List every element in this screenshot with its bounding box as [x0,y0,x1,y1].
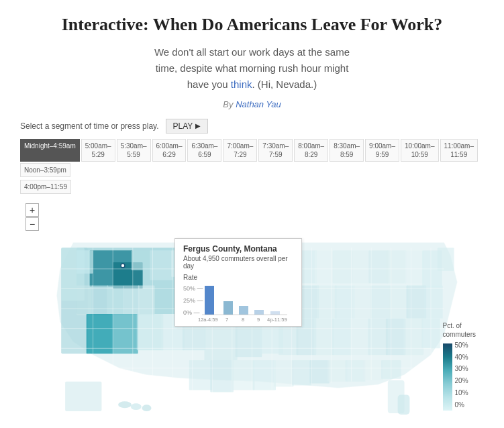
svg-rect-67 [438,248,454,271]
time-segment-800[interactable]: 8:00am–8:29 [294,139,328,162]
svg-rect-21 [405,250,425,283]
svg-rect-55 [210,360,234,392]
time-segment-630[interactable]: 6:30am–6:59 [187,139,221,162]
time-segment-4pm[interactable]: 4:00pm–11:59 [20,180,71,194]
time-segments-row: Midnight–4:59am 5:00am–5:29 5:30am–5:59 … [20,139,484,177]
svg-rect-100 [205,286,214,315]
time-segment-900[interactable]: 9:00am–9:59 [365,139,399,162]
play-button[interactable]: PLAY ▶ [166,119,209,133]
svg-rect-37 [299,285,319,318]
svg-rect-60 [309,360,330,384]
map-container: + − [20,198,484,426]
author-link[interactable]: Nathan Yau [236,99,281,109]
svg-rect-63 [363,360,383,380]
map-legend: Pct. ofcommuters 50% 40% 30% 20% 10% 0% [443,321,476,413]
svg-rect-6 [77,250,93,274]
county-tooltip: Fergus County, Montana About 4,950 commu… [174,238,302,327]
svg-text:50% —: 50% — [183,285,203,292]
svg-point-71 [142,405,152,411]
page-title: Interactive: When Do Americans Leave For… [20,13,484,36]
time-segment-700[interactable]: 7:00am–7:29 [223,139,257,162]
svg-rect-68 [65,381,101,411]
svg-text:25% —: 25% — [183,297,203,304]
zoom-out-button[interactable]: − [26,217,39,231]
svg-rect-58 [274,360,294,386]
time-segment-730[interactable]: 7:30am–7:59 [258,139,293,162]
svg-text:7: 7 [225,317,228,323]
time-segment-1000[interactable]: 10:00am–10:59 [401,139,438,162]
svg-rect-26 [123,285,140,315]
time-segment-noon[interactable]: Noon–3:59pm [20,163,70,177]
svg-rect-103 [254,310,264,315]
svg-rect-38 [317,285,337,318]
time-segment-530[interactable]: 5:30am–5:59 [117,139,151,162]
svg-rect-101 [223,301,233,315]
svg-point-69 [118,401,132,408]
svg-rect-43 [407,285,427,318]
mini-chart: Rate 50% — 25% — 0% — [183,274,291,321]
zoom-in-button[interactable]: + [26,203,39,217]
svg-rect-30 [137,314,163,350]
svg-rect-62 [346,360,366,382]
subtitle: We don't all start our work days at the … [20,44,484,93]
svg-rect-7 [132,250,152,270]
svg-rect-61 [327,360,348,382]
svg-rect-57 [252,360,276,390]
svg-rect-50 [368,319,388,355]
time-segment-830[interactable]: 8:30am–8:59 [330,139,364,162]
time-segment-500[interactable]: 5:00am–5:29 [81,139,115,162]
svg-rect-17 [333,250,353,283]
svg-rect-41 [370,285,391,318]
time-segment-600[interactable]: 6:00am–6:29 [152,139,187,162]
svg-rect-23 [77,285,93,315]
svg-rect-29 [111,314,138,354]
zoom-controls: + − [26,203,39,231]
svg-rect-52 [404,319,424,355]
svg-rect-20 [387,250,407,283]
svg-rect-18 [351,250,371,283]
svg-rect-47 [314,319,334,355]
svg-rect-49 [350,319,370,355]
svg-rect-40 [353,285,373,318]
time-segment-midnight[interactable]: Midnight–4:59am [20,139,80,162]
svg-rect-39 [335,285,355,318]
svg-rect-16 [315,250,335,283]
svg-point-70 [131,403,142,410]
svg-text:8: 8 [242,317,244,323]
svg-text:4p-11:59: 4p-11:59 [267,317,287,323]
svg-point-96 [121,264,125,268]
svg-rect-27 [138,285,155,315]
svg-rect-56 [232,360,255,390]
svg-rect-104 [270,311,280,315]
svg-rect-8 [150,250,173,280]
legend-labels: 50% 40% 30% 20% 10% 0% [455,341,468,409]
svg-rect-59 [292,360,312,386]
svg-rect-28 [87,314,113,354]
svg-text:12a-4:59: 12a-4:59 [198,317,218,323]
byline: By Nathan Yau [20,99,484,109]
svg-rect-24 [92,285,109,315]
controls-label: Select a segment of time or press play. [20,121,159,131]
legend-title: Pct. ofcommuters [443,321,476,339]
svg-text:0% —: 0% — [183,309,200,316]
svg-rect-44 [424,285,443,318]
tooltip-title: Fergus County, Montana [183,244,293,254]
svg-rect-19 [368,250,389,283]
svg-text:9: 9 [257,317,260,323]
svg-rect-51 [386,319,406,355]
svg-rect-25 [107,285,123,315]
tooltip-subtitle: About 4,950 commuters overall per day [183,255,293,270]
svg-rect-102 [239,306,248,315]
svg-rect-48 [332,319,352,355]
play-icon: ▶ [195,122,201,129]
svg-rect-66 [398,394,410,415]
time-segment-1100[interactable]: 11:00am–11:59 [440,139,478,162]
svg-rect-42 [389,285,409,318]
